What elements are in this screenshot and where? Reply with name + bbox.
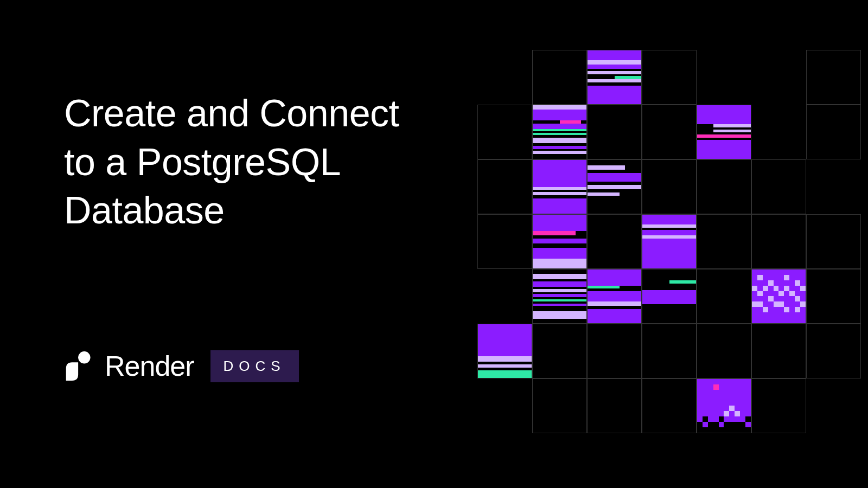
page-title: Create and Connect to a PostgreSQL Datab… — [64, 89, 399, 235]
render-logo-icon — [62, 351, 93, 381]
brand-footer: Render DOCS — [62, 350, 299, 382]
title-line-3: Database — [64, 189, 225, 232]
title-line-1: Create and Connect — [64, 92, 399, 134]
brand-name: Render — [105, 350, 194, 382]
decorative-grid — [477, 50, 868, 440]
title-line-2: to a PostgreSQL — [64, 141, 341, 183]
docs-badge: DOCS — [210, 350, 299, 382]
svg-point-0 — [78, 351, 90, 363]
